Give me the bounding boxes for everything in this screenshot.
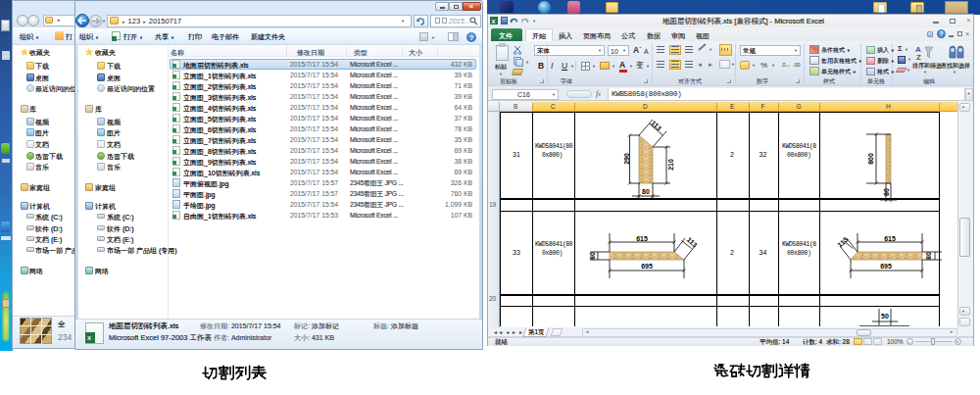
svg-text:80: 80 <box>589 252 596 260</box>
svg-text:80: 80 <box>642 188 650 195</box>
svg-text:50: 50 <box>881 313 889 320</box>
svg-text:695: 695 <box>880 263 892 270</box>
svg-text:Z: Z <box>916 53 921 62</box>
svg-text:615: 615 <box>884 235 896 242</box>
svg-text:113: 113 <box>836 236 849 249</box>
svg-text:113: 113 <box>686 236 699 249</box>
svg-text:615: 615 <box>636 235 648 242</box>
svg-text:800: 800 <box>867 153 874 165</box>
svg-text:210: 210 <box>667 159 674 171</box>
svg-text:290: 290 <box>623 153 630 165</box>
svg-text:695: 695 <box>641 263 653 270</box>
svg-text:80: 80 <box>883 188 890 196</box>
svg-text:80: 80 <box>925 252 932 260</box>
svg-text:113: 113 <box>650 120 662 132</box>
